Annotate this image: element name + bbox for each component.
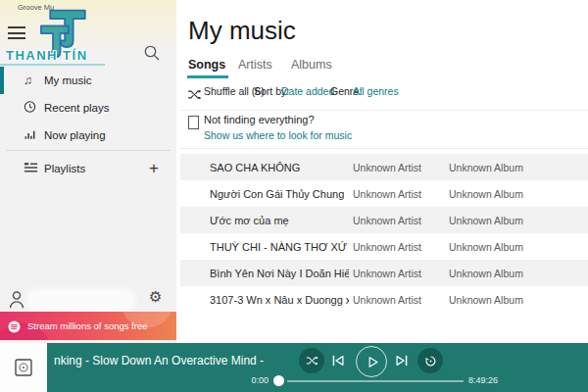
player-bar: nking - Slow Down An Overactive Mind - xyxy=(0,343,588,392)
shuffle-button[interactable] xyxy=(299,348,324,373)
app-title: Groove Mu xyxy=(18,3,54,12)
table-row[interactable]: THUỲ CHI - NÀNG THƠ XỨ HUẾ OFFIC Unknown… xyxy=(180,233,588,260)
clock-icon xyxy=(24,101,36,116)
selected-indicator xyxy=(0,67,4,94)
shuffle-icon[interactable] xyxy=(187,86,202,97)
song-title: Người Con Gái Thủy Chung xyxy=(210,188,344,200)
next-track-icon[interactable] xyxy=(394,353,410,368)
song-album: Unknown Album xyxy=(449,162,523,173)
play-button[interactable] xyxy=(356,346,387,377)
song-artist: Unknown Artist xyxy=(353,241,421,253)
sidebar-item-label: Recent plays xyxy=(44,102,109,114)
stream-icon xyxy=(8,319,21,332)
seek-slider-track[interactable] xyxy=(287,380,464,382)
not-finding-text: Not finding everything? xyxy=(204,114,315,125)
hamburger-menu-icon[interactable] xyxy=(8,26,27,40)
sidebar-item-now-playing[interactable]: Now playing xyxy=(0,122,176,149)
album-art-placeholder[interactable] xyxy=(0,343,47,392)
account-icon[interactable] xyxy=(8,290,25,310)
total-duration: 8:49:26 xyxy=(468,375,498,385)
groove-music-window: Groove Mu ♫ My music Recent plays xyxy=(0,0,588,392)
seek-slider-handle[interactable] xyxy=(273,375,284,386)
disc-icon xyxy=(15,359,32,376)
now-playing-track-text: nking - Slow Down An Overactive Mind - xyxy=(54,354,299,368)
song-album: Unknown Album xyxy=(449,268,523,279)
account-name-blurred xyxy=(29,291,133,309)
active-tab-underline xyxy=(187,75,228,78)
main-content: My music Songs Artists Albums Shuffle al… xyxy=(176,0,588,343)
music-note-icon: ♫ xyxy=(24,74,32,86)
song-album: Unknown Album xyxy=(449,294,523,306)
previous-track-icon[interactable] xyxy=(330,353,346,368)
song-title: Bình Yên Nơi Này I Doãn Hiếu I Official xyxy=(210,268,349,279)
divider xyxy=(180,148,588,149)
song-artist: Unknown Artist xyxy=(353,162,421,173)
sidebar-item-label: Playlists xyxy=(44,163,85,174)
table-row[interactable]: Người Con Gái Thủy Chung Unknown Artist … xyxy=(180,180,588,207)
sidebar-item-recent-plays[interactable]: Recent plays xyxy=(0,94,176,122)
song-title: SAO CHA KHÔNG xyxy=(210,162,300,173)
song-album: Unknown Album xyxy=(449,188,523,200)
table-row[interactable]: Bình Yên Nơi Này I Doãn Hiếu I Official … xyxy=(180,260,588,286)
elapsed-time: 0:00 xyxy=(241,375,269,385)
sort-by-dropdown[interactable]: Date added xyxy=(281,85,334,97)
sidebar: Groove Mu ♫ My music Recent plays xyxy=(0,0,176,343)
song-title: THUỲ CHI - NÀNG THƠ XỨ HUẾ OFFIC xyxy=(210,241,349,253)
song-artist: Unknown Artist xyxy=(353,215,421,226)
sidebar-item-my-music[interactable]: ♫ My music xyxy=(0,67,176,94)
song-artist: Unknown Artist xyxy=(353,188,421,200)
equalizer-icon xyxy=(24,128,36,143)
tab-songs[interactable]: Songs xyxy=(188,58,225,72)
song-title: Ước mơ của mẹ xyxy=(210,215,289,226)
song-album: Unknown Album xyxy=(449,215,523,226)
sidebar-divider xyxy=(6,150,171,151)
tab-albums[interactable]: Albums xyxy=(291,58,332,72)
banner-text: Stream millions of songs free xyxy=(27,320,148,331)
sidebar-item-label: Now playing xyxy=(44,129,106,141)
playlist-icon xyxy=(24,162,38,175)
song-album: Unknown Album xyxy=(449,241,523,253)
sidebar-item-playlists[interactable]: Playlists + xyxy=(0,155,176,182)
settings-gear-icon[interactable]: ⚙ xyxy=(149,288,162,306)
show-where-to-look-link[interactable]: Show us where to look for music xyxy=(204,129,352,141)
tab-artists[interactable]: Artists xyxy=(238,58,272,72)
table-row[interactable]: SAO CHA KHÔNG Unknown Artist Unknown Alb… xyxy=(180,154,588,180)
page-title: My music xyxy=(188,16,296,46)
genre-dropdown[interactable]: All genres xyxy=(353,85,399,97)
sidebar-item-label: My music xyxy=(44,74,92,86)
song-artist: Unknown Artist xyxy=(353,294,421,306)
table-row[interactable]: 3107-3 Wn x Nâu x Duongg x Titie OFF Unk… xyxy=(180,286,588,313)
divider xyxy=(180,110,588,111)
repeat-button[interactable] xyxy=(417,348,443,373)
search-icon[interactable] xyxy=(142,43,162,63)
song-artist: Unknown Artist xyxy=(353,268,421,279)
folder-hint-icon xyxy=(188,116,199,129)
watermark-underline xyxy=(0,64,105,66)
add-playlist-button[interactable]: + xyxy=(149,159,159,178)
stream-promo-banner[interactable]: Stream millions of songs free xyxy=(0,312,176,340)
song-title: 3107-3 Wn x Nâu x Duongg x Titie OFF xyxy=(210,294,349,306)
table-row[interactable]: Ước mơ của mẹ Unknown Artist Unknown Alb… xyxy=(180,207,588,233)
